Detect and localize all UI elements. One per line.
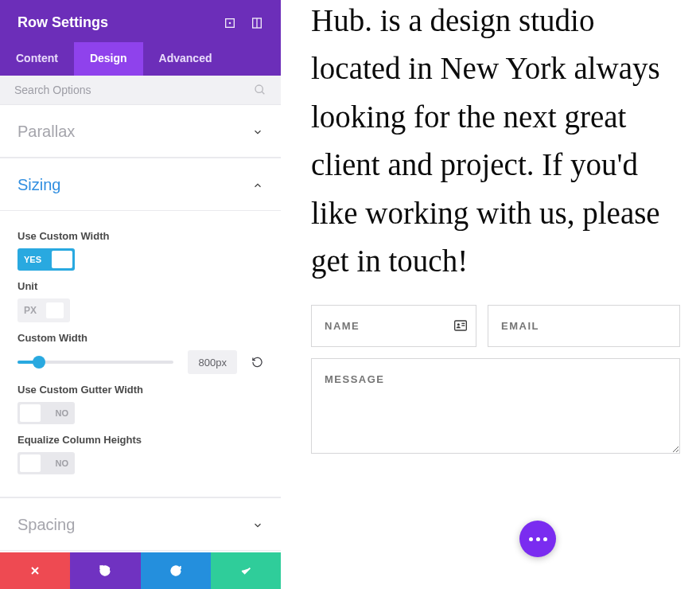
message-input[interactable] xyxy=(311,358,680,454)
toggle-knob xyxy=(20,454,41,472)
unit-select[interactable]: PX xyxy=(18,298,70,322)
section-sizing[interactable]: Sizing xyxy=(0,158,281,211)
section-parallax[interactable]: Parallax xyxy=(0,105,281,158)
unit-knob xyxy=(46,302,64,318)
svg-point-4 xyxy=(255,85,262,92)
drag-icon[interactable] xyxy=(251,17,263,29)
unit-value: PX xyxy=(24,305,37,316)
svg-point-9 xyxy=(457,323,460,326)
svg-point-1 xyxy=(229,22,230,23)
search-icon[interactable] xyxy=(254,84,266,96)
use-custom-gutter-toggle[interactable]: NO xyxy=(18,402,75,424)
tab-design[interactable]: Design xyxy=(74,42,143,76)
name-input[interactable] xyxy=(311,305,476,347)
reset-icon[interactable] xyxy=(251,356,263,369)
undo-button[interactable] xyxy=(70,552,140,589)
close-button[interactable] xyxy=(0,552,70,589)
undo-icon xyxy=(99,564,111,577)
hero-text: Hub. is a design studio located in New Y… xyxy=(311,0,680,286)
bottom-actions xyxy=(0,552,281,589)
contact-card-icon xyxy=(454,320,467,331)
slider-thumb[interactable] xyxy=(33,356,45,369)
preview-area: Hub. is a design studio located in New Y… xyxy=(281,0,700,589)
search-input[interactable] xyxy=(14,84,216,96)
search-row xyxy=(0,76,281,105)
chevron-up-icon xyxy=(252,180,263,191)
form-row xyxy=(311,305,680,347)
dots-icon xyxy=(529,537,547,541)
redo-icon xyxy=(169,564,182,577)
custom-width-row: 800px xyxy=(18,350,263,374)
close-icon xyxy=(29,564,41,577)
unit-label: Unit xyxy=(18,280,263,292)
toggle-state-yes: YES xyxy=(24,255,41,264)
svg-line-5 xyxy=(262,92,264,94)
tab-row: Content Design Advanced xyxy=(0,42,281,76)
tab-advanced[interactable]: Advanced xyxy=(143,42,228,76)
section-sizing-label: Sizing xyxy=(18,176,60,194)
use-custom-width-label: Use Custom Width xyxy=(18,230,263,242)
tab-content[interactable]: Content xyxy=(0,42,74,76)
toggle-state-no: NO xyxy=(56,408,69,418)
section-sizing-body: Use Custom Width YES Unit PX Custom Widt… xyxy=(0,211,281,497)
toggle-state-no: NO xyxy=(56,458,69,468)
custom-width-value[interactable]: 800px xyxy=(188,350,237,374)
use-custom-width-toggle[interactable]: YES xyxy=(18,248,75,271)
panel-header: Row Settings xyxy=(0,0,281,42)
email-input[interactable] xyxy=(488,305,680,347)
check-icon xyxy=(239,564,252,577)
name-field-wrap xyxy=(311,305,476,347)
panel-scroll: Parallax Sizing Use Custom Width YES Uni… xyxy=(0,105,281,552)
redo-button[interactable] xyxy=(141,552,211,589)
section-spacing-label: Spacing xyxy=(18,516,75,534)
equalize-label: Equalize Column Heights xyxy=(18,434,263,446)
section-spacing[interactable]: Spacing xyxy=(0,497,281,551)
equalize-toggle[interactable]: NO xyxy=(18,452,75,474)
panel-title: Row Settings xyxy=(18,14,108,31)
save-button[interactable] xyxy=(211,552,281,589)
chevron-down-icon xyxy=(252,127,263,138)
chevron-down-icon xyxy=(252,520,263,531)
settings-panel: Row Settings Content Design Advanced Par… xyxy=(0,0,281,589)
expand-icon[interactable] xyxy=(224,17,236,29)
floating-action-button[interactable] xyxy=(519,521,556,557)
section-parallax-label: Parallax xyxy=(18,123,75,141)
custom-width-label: Custom Width xyxy=(18,332,263,344)
panel-header-icons xyxy=(224,17,263,29)
toggle-knob xyxy=(20,404,41,422)
custom-width-slider[interactable] xyxy=(18,358,173,366)
toggle-knob xyxy=(52,251,72,268)
use-custom-gutter-label: Use Custom Gutter Width xyxy=(18,384,263,396)
